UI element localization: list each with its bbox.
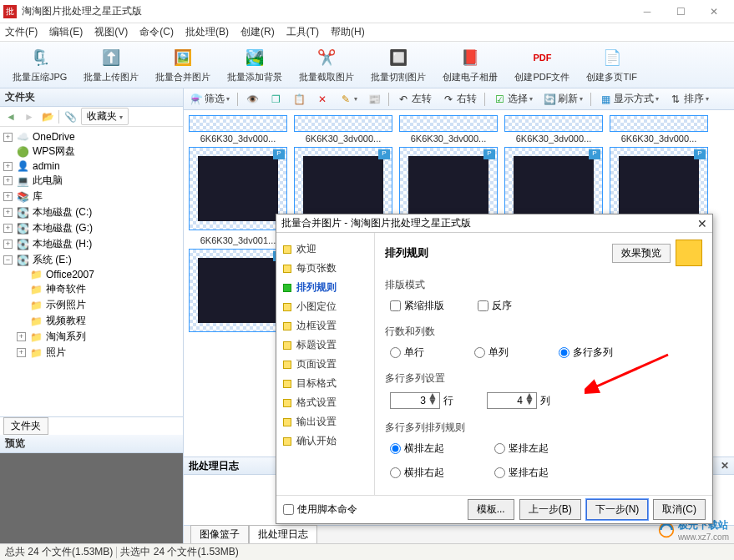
tree-disk-h[interactable]: +💽本地磁盘 (H:) [2,236,181,252]
merge-icon: 🖼️ [171,46,195,69]
thumb-item[interactable]: 6K6K30_3dv001...P [189,234,287,332]
copy-icon[interactable]: ❐ [266,92,285,107]
maximize-button[interactable]: ☐ [664,0,697,23]
tree-sys-e[interactable]: −💽系统 (E:) [2,252,181,268]
checkbox-compact[interactable]: 紧缩排版 [390,299,444,313]
tree-lib[interactable]: +📚库 [2,189,181,204]
display-button[interactable]: ▦显示方式▾ [596,91,661,107]
menu-batch[interactable]: 批处理(B) [185,25,229,39]
tool-cut[interactable]: 🔲批量切割图片 [363,43,433,86]
tab-basket[interactable]: 图像篮子 [190,525,249,543]
thumb-item[interactable]: 6K6K30_3dv000... [504,115,603,144]
watermark-icon [658,522,675,538]
step-title[interactable]: 标题设置 [280,335,371,355]
step-arrange[interactable]: 排列规则 [280,278,371,297]
refresh-button[interactable]: 🔄刷新▾ [540,91,585,107]
step-format[interactable]: 目标格式 [280,374,371,393]
checkbox-reverse[interactable]: 反序 [478,299,512,313]
thumb-item[interactable]: 6K6K30_3dv000... [294,115,392,144]
template-button[interactable]: 模板... [468,499,514,520]
step-perpage[interactable]: 每页张数 [280,259,371,278]
nav-clip-icon[interactable]: 📎 [63,109,78,124]
tree-disk-g[interactable]: +💽本地磁盘 (G:) [2,220,181,236]
filter-button[interactable]: ⚗️筛选▾ [187,91,232,107]
tab-folders[interactable]: 文件夹 [3,417,48,435]
close-log-icon[interactable]: ✕ [721,460,729,472]
tree-office[interactable]: 📁Office2007 [2,268,181,281]
folder-tree[interactable]: +☁️OneDrive 🟢WPS网盘 +👤admin +💻此电脑 +📚库 +💽本… [0,127,183,416]
radio-single-row[interactable]: 单行 [390,346,424,360]
tool-compress-jpg[interactable]: 🗜️批量压缩JPG [5,43,74,86]
tree-onedrive[interactable]: +☁️OneDrive [2,130,181,144]
tool-tif[interactable]: 📄创建多页TIF [579,43,645,86]
radio-v-right[interactable]: 竖排右起 [494,466,549,480]
favorites-dropdown[interactable]: 收藏夹 ▾ [81,108,129,125]
cancel-button[interactable]: 取消(C) [653,499,706,520]
menu-tool[interactable]: 工具(T) [286,25,319,39]
thumb-item[interactable]: P [189,147,287,230]
tool-upload[interactable]: ⬆️批量上传图片 [76,43,146,86]
step-confirm[interactable]: 确认开始 [280,431,371,451]
checkbox-use-script[interactable]: 使用脚本命令 [283,502,357,517]
tool-addbg[interactable]: 🏞️批量添加背景 [220,43,290,86]
step-thumbpos[interactable]: 小图定位 [280,297,371,316]
next-button[interactable]: 下一步(N) [586,499,649,520]
rows-input[interactable]: ▲▼ [390,392,440,409]
cols-input[interactable]: ▲▼ [487,392,537,409]
radio-multi[interactable]: 多行多列 [559,346,613,360]
tree-video[interactable]: 📁视频教程 [2,313,181,329]
tree-disk-c[interactable]: +💽本地磁盘 (C:) [2,204,181,220]
radio-v-left[interactable]: 竖排左起 [494,441,549,456]
thumb-item[interactable]: 6K6K30_3dv000... [189,115,287,144]
sort-icon: ⇅ [669,93,682,106]
dialog-close-icon[interactable]: ✕ [697,217,707,230]
radio-single-col[interactable]: 单列 [474,346,509,360]
tree-wps[interactable]: 🟢WPS网盘 [2,144,181,159]
step-fmtset[interactable]: 格式设置 [280,393,371,412]
menu-create[interactable]: 创建(R) [240,25,275,39]
tree-thispc[interactable]: +💻此电脑 [2,173,181,189]
rotate-right-button[interactable]: ↷右转 [439,91,479,107]
nav-up-icon[interactable]: 📂 [40,109,55,124]
menu-file[interactable]: 文件(F) [5,25,38,39]
tree-shenqi[interactable]: 📁神奇软件 [2,281,181,297]
refresh-icon: 🔄 [543,93,556,106]
tool-crop[interactable]: ✂️批量截取图片 [291,43,362,86]
preview-effect-button[interactable]: 效果预览 [612,244,671,263]
thumb-item[interactable]: 6K6K30_3dv000... [610,115,708,144]
radio-h-left[interactable]: 横排左起 [390,441,444,456]
tool-merge[interactable]: 🖼️批量合并图片 [148,43,218,86]
step-page[interactable]: 页面设置 [280,355,371,374]
menu-help[interactable]: 帮助(H) [331,25,365,39]
thumb-item[interactable]: 6K6K30_3dv000... [399,115,498,144]
preview-panel-header: 预览 [0,435,183,453]
props-icon[interactable]: 📰 [365,92,383,107]
edit-icon[interactable]: ✎▾ [337,92,360,107]
delete-icon[interactable]: ✕ [313,92,332,107]
paste-icon[interactable]: 📋 [290,92,308,107]
preview-icon[interactable]: 👁️ [243,92,261,107]
menu-edit[interactable]: 编辑(E) [49,25,83,39]
tree-taotao[interactable]: +📁淘淘系列 [2,329,181,345]
tab-log[interactable]: 批处理日志 [249,525,317,543]
menu-cmd[interactable]: 命令(C) [139,25,174,39]
tree-sample[interactable]: 📁示例照片 [2,297,181,313]
nav-fwd-icon[interactable]: ► [22,109,37,124]
step-output[interactable]: 输出设置 [280,412,371,431]
tool-album[interactable]: 📕创建电子相册 [435,43,505,86]
minimize-button[interactable]: ─ [630,0,664,23]
tool-pdf[interactable]: PDF创建PDF文件 [507,43,577,86]
tree-photo[interactable]: +📁照片 [2,345,181,361]
rotate-left-button[interactable]: ↶左转 [394,91,434,107]
radio-h-right[interactable]: 横排右起 [390,466,444,480]
sort-button[interactable]: ⇅排序▾ [666,91,711,107]
menu-view[interactable]: 视图(V) [94,25,128,39]
prev-button[interactable]: 上一步(B) [519,499,581,520]
dialog-titlebar[interactable]: 批量合并图片 - 淘淘图片批处理之星正式版 ✕ [276,214,712,233]
step-border[interactable]: 边框设置 [280,316,371,335]
select-button[interactable]: ☑选择▾ [490,91,535,107]
close-button[interactable]: ✕ [697,0,731,23]
nav-back-icon[interactable]: ◄ [3,109,18,124]
step-welcome[interactable]: 欢迎 [280,240,371,259]
tree-admin[interactable]: +👤admin [2,159,181,173]
